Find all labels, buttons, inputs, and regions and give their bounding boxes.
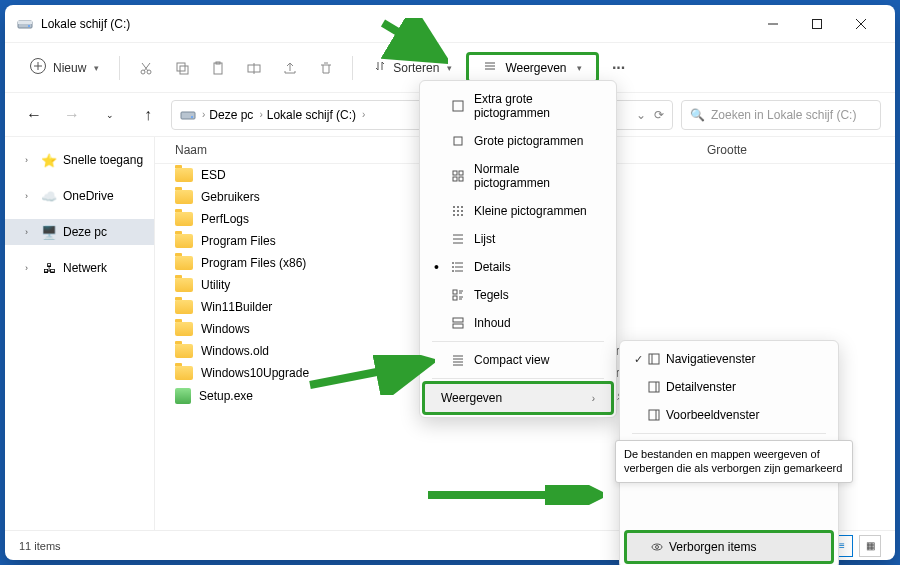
breadcrumb-item[interactable]: Deze pc	[209, 108, 253, 122]
file-name: Win11Builder	[201, 300, 272, 314]
chevron-right-icon: ›	[25, 227, 35, 237]
sort-button[interactable]: Sorteren ▾	[363, 53, 462, 82]
sidebar-item-label: Snelle toegang	[63, 153, 143, 167]
xl-grid-icon	[450, 99, 466, 113]
menu-item[interactable]: •Details	[424, 253, 612, 281]
monitor-icon: 🖥️	[41, 224, 57, 240]
folder-icon	[175, 366, 193, 380]
col-size[interactable]: Grootte	[695, 143, 895, 157]
tooltip-text: De bestanden en mappen weergeven of verb…	[624, 448, 842, 474]
sidebar-item-quick-access[interactable]: ›⭐Snelle toegang	[5, 147, 154, 173]
svg-rect-65	[649, 410, 659, 420]
cut-button[interactable]	[130, 52, 162, 84]
sidebar-item-network[interactable]: ›🖧Netwerk	[5, 255, 154, 281]
menu-item[interactable]: Tegels	[424, 281, 612, 309]
svg-rect-4	[813, 19, 822, 28]
menu-item-label: Tegels	[474, 288, 509, 302]
recent-button[interactable]: ⌄	[95, 100, 125, 130]
chevron-right-icon: ›	[25, 263, 35, 273]
window-title: Lokale schijf (C:)	[41, 17, 751, 31]
search-placeholder: Zoeken in Lokale schijf (C:)	[711, 108, 856, 122]
view-button[interactable]: Weergeven ▾	[466, 52, 598, 83]
svg-point-32	[457, 206, 459, 208]
details-icon	[450, 260, 466, 274]
folder-icon	[175, 300, 193, 314]
close-button[interactable]	[839, 5, 883, 43]
submenu-item-hidden[interactable]: Verborgen items	[624, 530, 834, 564]
panel-right-icon	[646, 380, 662, 394]
file-name: Windows.old	[201, 344, 269, 358]
chevron-right-icon: ›	[202, 109, 205, 120]
menu-item[interactable]: Normale pictogrammen	[424, 155, 612, 197]
svg-point-48	[453, 271, 454, 272]
back-button[interactable]: ←	[19, 100, 49, 130]
svg-point-38	[457, 214, 459, 216]
maximize-button[interactable]	[795, 5, 839, 43]
chevron-right-icon: ›	[259, 109, 262, 120]
panel-right-icon	[646, 408, 662, 422]
sidebar-item-label: Deze pc	[63, 225, 107, 239]
menu-item-compact[interactable]: Compact view	[424, 346, 612, 374]
menu-item-label: Extra grote pictogrammen	[474, 92, 596, 120]
breadcrumb-item[interactable]: Lokale schijf (C:)	[267, 108, 356, 122]
folder-icon	[175, 278, 193, 292]
chevron-down-icon: ▾	[577, 63, 582, 73]
sort-label: Sorteren	[393, 61, 439, 75]
menu-item[interactable]: Lijst	[424, 225, 612, 253]
copy-button[interactable]	[166, 52, 198, 84]
lg-grid-icon	[450, 134, 466, 148]
check-icon: ✓	[634, 353, 643, 366]
submenu-item[interactable]: ✓Navigatievenster	[624, 345, 834, 373]
drive-icon	[180, 107, 196, 123]
col-name[interactable]: Naam	[155, 143, 445, 157]
item-count: 11 items	[19, 540, 61, 552]
content-icon	[450, 316, 466, 330]
forward-button[interactable]: →	[57, 100, 87, 130]
chevron-right-icon: ›	[25, 191, 35, 201]
menu-item[interactable]: Inhoud	[424, 309, 612, 337]
title-bar: Lokale schijf (C:)	[5, 5, 895, 43]
sidebar-item-onedrive[interactable]: ›☁️OneDrive	[5, 183, 154, 209]
menu-item[interactable]: Grote pictogrammen	[424, 127, 612, 155]
svg-point-37	[453, 214, 455, 216]
rename-button[interactable]	[238, 52, 270, 84]
network-icon: 🖧	[41, 260, 57, 276]
folder-icon	[175, 190, 193, 204]
svg-point-39	[461, 214, 463, 216]
eye-icon	[649, 540, 665, 554]
chevron-down-icon: ▾	[94, 63, 99, 73]
svg-rect-63	[649, 382, 659, 392]
svg-rect-28	[459, 171, 463, 175]
sidebar-item-this-pc[interactable]: ›🖥️Deze pc	[5, 219, 154, 245]
menu-item-label: Inhoud	[474, 316, 511, 330]
menu-item-show[interactable]: Weergeven›	[422, 381, 614, 415]
refresh-icon[interactable]: ⟳	[654, 108, 664, 122]
thumbnails-view-toggle[interactable]: ▦	[859, 535, 881, 557]
svg-point-34	[453, 210, 455, 212]
menu-item[interactable]: Extra grote pictogrammen	[424, 85, 612, 127]
svg-rect-56	[453, 324, 463, 328]
up-button[interactable]: ↑	[133, 100, 163, 130]
submenu-item-label: Detailvenster	[666, 380, 736, 394]
folder-icon	[175, 168, 193, 182]
new-button[interactable]: Nieuw ▾	[19, 51, 109, 84]
file-name: Setup.exe	[199, 389, 253, 403]
minimize-button[interactable]	[751, 5, 795, 43]
drive-icon	[17, 16, 33, 32]
file-name: Program Files (x86)	[201, 256, 306, 270]
menu-item[interactable]: Kleine pictogrammen	[424, 197, 612, 225]
svg-rect-15	[180, 66, 188, 74]
menu-item-label: Details	[474, 260, 511, 274]
submenu-item[interactable]: Voorbeeldvenster	[624, 401, 834, 429]
more-button[interactable]: ···	[603, 52, 635, 84]
sidebar-item-label: Netwerk	[63, 261, 107, 275]
panel-left-icon	[646, 352, 662, 366]
share-button[interactable]	[274, 52, 306, 84]
menu-item-label: Compact view	[474, 353, 549, 367]
search-input[interactable]: 🔍 Zoeken in Lokale schijf (C:)	[681, 100, 881, 130]
chevron-down-icon[interactable]: ⌄	[636, 108, 646, 122]
paste-button[interactable]	[202, 52, 234, 84]
delete-button[interactable]	[310, 52, 342, 84]
submenu-item[interactable]: Detailvenster	[624, 373, 834, 401]
view-icon	[483, 59, 497, 76]
